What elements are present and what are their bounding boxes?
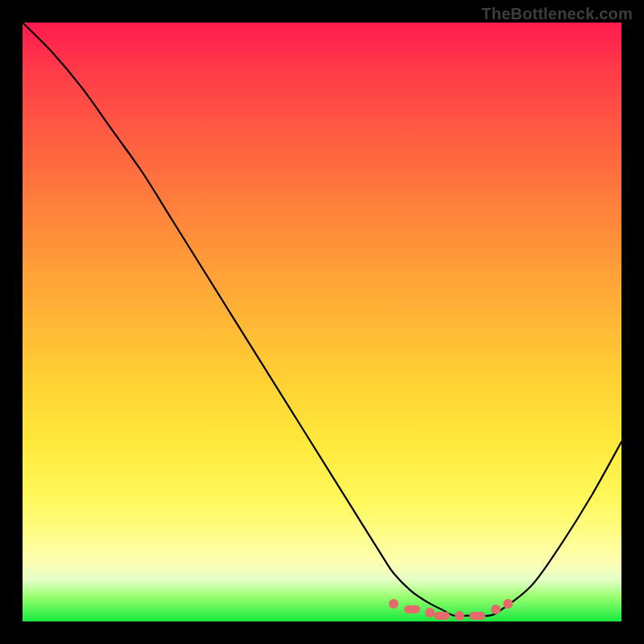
plot-area	[23, 23, 621, 621]
min-marker	[503, 599, 513, 609]
min-marker	[469, 612, 485, 620]
min-marker	[389, 599, 398, 609]
min-marker	[404, 605, 420, 613]
min-region-markers	[23, 23, 621, 621]
min-marker	[455, 611, 464, 621]
chart-frame: TheBottleneck.com	[0, 0, 644, 644]
min-marker	[434, 612, 450, 620]
attribution-text: TheBottleneck.com	[481, 5, 633, 23]
min-marker	[491, 605, 501, 614]
